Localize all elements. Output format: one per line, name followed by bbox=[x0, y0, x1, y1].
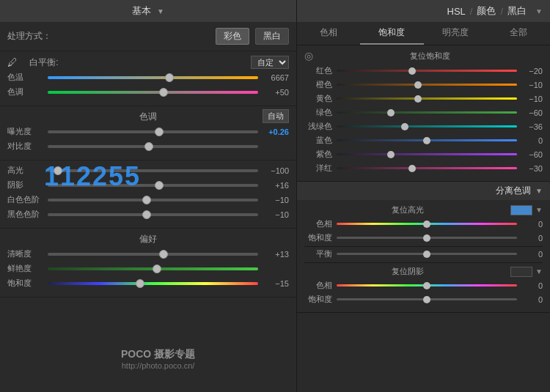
blacks-track[interactable] bbox=[48, 210, 258, 220]
vibrance-track[interactable] bbox=[48, 264, 258, 274]
whites-label: 白色色阶 bbox=[7, 194, 48, 205]
aqua-row: 浅绿色 −36 bbox=[304, 121, 543, 132]
tint-track-wrap[interactable] bbox=[48, 87, 258, 97]
hl-hue-label: 色相 bbox=[304, 218, 332, 229]
hl-hue-row: 色相 0 bbox=[304, 218, 543, 229]
eyedropper-icon: 🖊 bbox=[7, 56, 22, 68]
highlight-swatch[interactable] bbox=[510, 205, 532, 215]
red-value: −20 bbox=[517, 67, 543, 75]
red-track-wrap[interactable] bbox=[337, 67, 517, 75]
exposure-track[interactable] bbox=[48, 127, 258, 137]
sh-hue-value: 0 bbox=[517, 281, 543, 290]
tab-all[interactable]: 全部 bbox=[487, 22, 550, 45]
balance-track[interactable] bbox=[337, 250, 517, 259]
contrast-label: 对比度 bbox=[7, 141, 48, 152]
purple-track-wrap[interactable] bbox=[337, 150, 517, 159]
basic-header: 基本 ▼ bbox=[0, 0, 296, 22]
blue-value: 0 bbox=[517, 136, 543, 145]
bw-btn[interactable]: 黑白 bbox=[255, 28, 289, 45]
shadows-track[interactable] bbox=[48, 180, 258, 191]
basic-title: 基本 bbox=[132, 4, 151, 18]
hl-sat-label: 饱和度 bbox=[304, 232, 332, 243]
tab-hue[interactable]: 色相 bbox=[297, 22, 360, 45]
highlights-label: 高光 bbox=[7, 165, 48, 176]
magenta-track-wrap[interactable] bbox=[337, 164, 517, 173]
process-row: 处理方式： 彩色 黑白 bbox=[0, 22, 296, 51]
blacks-label: 黑色色阶 bbox=[7, 209, 48, 220]
aqua-track-wrap[interactable] bbox=[337, 122, 517, 131]
green-row: 绿色 −60 bbox=[304, 107, 543, 118]
wb-label: 白平衡: bbox=[22, 56, 66, 69]
balance-label: 平衡 bbox=[304, 248, 332, 259]
highlights-row: 高光 −100 bbox=[7, 165, 289, 176]
yellow-track-wrap[interactable] bbox=[337, 95, 517, 103]
tab-saturation[interactable]: 饱和度 bbox=[360, 22, 423, 45]
blacks-row: 黑色色阶 −10 bbox=[7, 209, 289, 220]
whites-track[interactable] bbox=[48, 195, 258, 205]
sh-hue-track[interactable] bbox=[337, 281, 517, 290]
sh-sat-label: 饱和度 bbox=[304, 294, 332, 305]
green-value: −60 bbox=[517, 108, 543, 117]
wb-select[interactable]: 自定 bbox=[251, 56, 289, 69]
red-row: 红色 −20 bbox=[304, 65, 543, 76]
hsl-label: HSL bbox=[447, 6, 466, 17]
hswb-section: 高光 −100 阴影 +16 白色色阶 bbox=[0, 160, 296, 229]
clarity-label: 清晰度 bbox=[7, 248, 48, 259]
magenta-value: −30 bbox=[517, 164, 543, 173]
color-label: 颜色 bbox=[477, 4, 496, 18]
sep1: / bbox=[470, 6, 473, 17]
orange-row: 橙色 −10 bbox=[304, 79, 543, 90]
shadows-label: 阴影 bbox=[7, 180, 48, 191]
purple-label: 紫色 bbox=[304, 149, 332, 160]
temp-value: 6667 bbox=[258, 73, 289, 82]
exposure-label: 曝光度 bbox=[7, 126, 48, 137]
blue-track-wrap[interactable] bbox=[337, 136, 517, 145]
wb-section: 🖊 白平衡: 自定 色温 6667 色调 +50 bbox=[0, 51, 296, 106]
purple-row: 紫色 −60 bbox=[304, 149, 543, 160]
aqua-label: 浅绿色 bbox=[304, 121, 332, 132]
auto-btn[interactable]: 自动 bbox=[263, 109, 289, 123]
highlight-arrow: ▼ bbox=[535, 206, 543, 214]
shadow-arrow: ▼ bbox=[535, 267, 543, 275]
clarity-track[interactable] bbox=[48, 249, 258, 259]
whites-value: −10 bbox=[258, 196, 289, 204]
split-tone-arrow: ▼ bbox=[535, 187, 543, 195]
split-tone-header: 分离色调 ▼ bbox=[297, 182, 550, 200]
saturation-track[interactable] bbox=[48, 278, 258, 289]
saturation-value: −15 bbox=[258, 279, 289, 288]
hl-sat-track[interactable] bbox=[337, 234, 517, 243]
shadows-value: +16 bbox=[258, 181, 289, 190]
green-track-wrap[interactable] bbox=[337, 108, 517, 117]
highlight-reset-label: 复位高光 bbox=[304, 204, 510, 215]
contrast-track[interactable] bbox=[48, 141, 258, 152]
shadows-row: 阴影 +16 bbox=[7, 180, 289, 191]
saturation-row: 饱和度 −15 bbox=[7, 278, 289, 289]
tab-luminance[interactable]: 明亮度 bbox=[424, 22, 487, 45]
aqua-value: −36 bbox=[517, 122, 543, 131]
tint-value: +50 bbox=[258, 88, 289, 97]
wb-row: 🖊 白平衡: 自定 bbox=[7, 56, 289, 69]
reset-sat-label: 复位饱和度 bbox=[318, 51, 543, 62]
temp-label: 色温 bbox=[7, 72, 48, 83]
orange-value: −10 bbox=[517, 81, 543, 89]
tone-section: 色调 自动 曝光度 +0.26 对比度 bbox=[0, 106, 296, 160]
bw-label: 黑白 bbox=[507, 4, 527, 18]
shadow-swatch[interactable] bbox=[510, 267, 532, 277]
split-tone-section: 复位高光 ▼ 色相 0 饱和度 0 平 bbox=[297, 200, 550, 313]
sh-sat-track[interactable] bbox=[337, 295, 517, 304]
highlights-track[interactable] bbox=[48, 166, 258, 176]
temp-track-wrap[interactable] bbox=[48, 73, 258, 83]
basic-arrow: ▼ bbox=[157, 7, 164, 15]
purple-value: −60 bbox=[517, 150, 543, 159]
color-btn[interactable]: 彩色 bbox=[216, 28, 249, 45]
clarity-row: 清晰度 +13 bbox=[7, 248, 289, 259]
hsl-arrow: ▼ bbox=[535, 7, 543, 15]
process-label: 处理方式： bbox=[7, 30, 51, 42]
clarity-value: +13 bbox=[258, 250, 289, 259]
hl-hue-track[interactable] bbox=[337, 220, 517, 229]
whites-row: 白色色阶 −10 bbox=[7, 194, 289, 205]
yellow-row: 黄色 −10 bbox=[304, 93, 543, 104]
tint-label: 色调 bbox=[7, 86, 48, 97]
target-icon: ◎ bbox=[304, 50, 318, 62]
orange-track-wrap[interactable] bbox=[337, 81, 517, 89]
